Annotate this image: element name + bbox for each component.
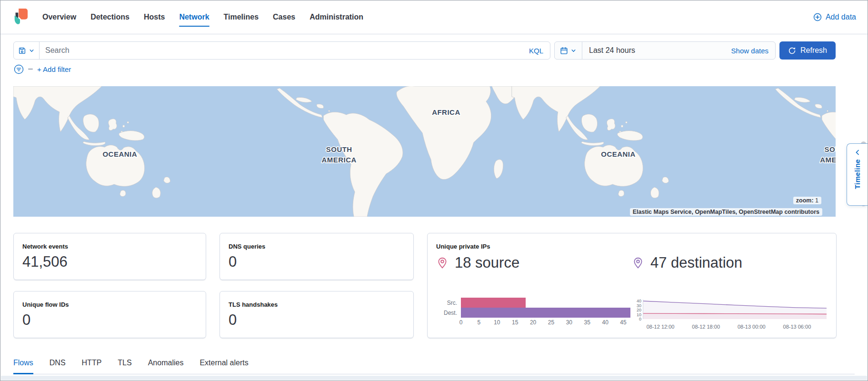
source-ip-stat: 18 source	[436, 255, 632, 270]
source-ip-value: 18 source	[455, 255, 519, 270]
filter-separator	[28, 69, 33, 70]
nav-tab-timelines[interactable]: Timelines	[224, 0, 259, 34]
nav-tab-detections[interactable]: Detections	[90, 0, 130, 34]
nav-tab-overview[interactable]: Overview	[42, 0, 76, 34]
tab-dns[interactable]: DNS	[50, 359, 66, 374]
add-filter-button[interactable]: + Add filter	[37, 65, 71, 73]
destination-ip-stat: 47 destination	[632, 255, 828, 270]
bar-dest-[interactable]	[461, 308, 630, 318]
bar-category-label: Src.	[436, 300, 461, 306]
map-region-label: OCEANIA	[102, 150, 137, 158]
unique-private-ips-card: Unique private IPs 18 source 47 destinat…	[427, 233, 837, 338]
bar-row-src-: Src.	[436, 298, 632, 308]
refresh-label: Refresh	[800, 46, 827, 55]
tab-http[interactable]: HTTP	[82, 359, 102, 374]
ip-direction-bar-chart: Src.Dest. 051015202530354045	[436, 298, 632, 325]
card-value: 41,506	[22, 254, 197, 269]
y-tick-label: 40	[637, 299, 641, 303]
nav-tab-network[interactable]: Network	[179, 0, 209, 34]
dns-queries-card: DNS queries 0	[219, 233, 414, 280]
filter-icon[interactable]	[14, 64, 24, 74]
network-detail-tabs: FlowsDNSHTTPTLSAnomaliesExternal alerts	[13, 359, 855, 374]
timeline-flyout-button[interactable]: Timeline	[847, 143, 868, 206]
x-tick-label: 25	[548, 319, 554, 326]
search-input[interactable]	[40, 46, 522, 55]
kpi-cards-section: Network events 41,506 DNS queries 0 Uniq…	[13, 233, 836, 338]
x-tick-label: 15	[512, 319, 518, 326]
y-tick-label: 20	[637, 308, 641, 312]
x-tick-label: 5	[478, 319, 481, 326]
bar-chart-x-axis: 051015202530354045	[461, 318, 632, 325]
card-title: Unique flow IDs	[22, 301, 197, 308]
card-value: 0	[229, 312, 405, 327]
chevron-left-icon	[854, 149, 861, 156]
add-data-label: Add data	[826, 13, 856, 21]
x-tick-label: 35	[584, 319, 590, 326]
tab-flows[interactable]: Flows	[13, 359, 33, 374]
refresh-icon	[788, 47, 796, 55]
time-range-value[interactable]: Last 24 hours	[582, 46, 731, 55]
network-events-card: Network events 41,506	[13, 233, 206, 280]
unique-flow-ids-card: Unique flow IDs 0	[13, 291, 206, 338]
card-title: TLS handshakes	[229, 301, 405, 308]
card-title: Unique private IPs	[436, 243, 828, 250]
query-bar-section: KQL Last 24 hours Show dates	[0, 34, 868, 74]
nav-tab-administration[interactable]: Administration	[309, 0, 363, 34]
bar-category-label: Dest.	[436, 310, 461, 316]
network-map[interactable]: OCEANIASOUTHAMERICAAFRICA zoom: 1 Elasti…	[13, 86, 836, 217]
x-tick-label: 10	[494, 319, 500, 326]
date-range-picker: Last 24 hours Show dates	[554, 41, 776, 60]
bar-src-[interactable]	[461, 298, 526, 308]
map-zoom-value: 1	[815, 197, 818, 204]
add-data-button[interactable]: Add data	[813, 13, 856, 21]
x-tick-label: 08-12 12:00	[647, 324, 675, 330]
kql-search-box: KQL	[13, 41, 550, 60]
app-window: OverviewDetectionsHostsNetworkTimelinesC…	[0, 0, 868, 381]
save-icon	[18, 47, 26, 55]
map-pin-icon	[436, 257, 449, 269]
nav-tab-hosts[interactable]: Hosts	[144, 0, 165, 34]
nav-tab-cases[interactable]: Cases	[273, 0, 295, 34]
x-tick-label: 30	[566, 319, 572, 326]
card-title: Network events	[22, 243, 197, 250]
x-tick-label: 20	[530, 319, 536, 326]
timeline-flyout-label: Timeline	[853, 159, 861, 189]
ip-bar-rows: Src.Dest.	[436, 298, 632, 318]
tab-anomalies[interactable]: Anomalies	[148, 359, 184, 374]
x-tick-label: 0	[459, 319, 463, 326]
elastic-security-logo-icon[interactable]	[12, 8, 28, 26]
map-zoom-label: zoom:	[796, 197, 814, 204]
tab-external-alerts[interactable]: External alerts	[200, 359, 248, 374]
area-chart-svg	[643, 298, 827, 321]
calendar-icon	[560, 47, 568, 55]
y-tick-label: 0	[639, 317, 641, 321]
bar-row-dest-: Dest.	[436, 308, 632, 318]
area-chart-x-axis: 08-12 12:0008-12 18:0008-13 00:0008-13 0…	[643, 323, 827, 330]
area-fill-source	[643, 313, 827, 319]
x-tick-label: 08-13 06:00	[783, 324, 811, 330]
refresh-button[interactable]: Refresh	[779, 41, 836, 60]
y-tick-label: 10	[637, 312, 641, 317]
map-region-label: AFRICA	[432, 108, 460, 116]
map-pin-icon	[632, 257, 644, 269]
filter-bar: + Add filter	[13, 64, 836, 74]
chevron-down-icon	[29, 48, 35, 54]
x-tick-label: 40	[602, 319, 608, 326]
ip-over-time-area-chart: 403020100 08-12 12:0008-12 18:0008-13 00…	[632, 298, 828, 330]
kql-syntax-button[interactable]: KQL	[522, 47, 550, 55]
area-chart-y-axis: 403020100	[632, 298, 643, 321]
map-zoom-indicator: zoom: 1	[793, 197, 821, 204]
area-chart-plot: 08-12 12:0008-12 18:0008-13 00:0008-13 0…	[643, 298, 827, 330]
tls-handshakes-card: TLS handshakes 0	[219, 291, 414, 338]
next-section-edge	[1, 376, 867, 380]
primary-nav: OverviewDetectionsHostsNetworkTimelinesC…	[42, 0, 363, 34]
chevron-down-icon	[570, 48, 577, 54]
date-quick-select-button[interactable]	[555, 42, 582, 59]
card-title: DNS queries	[229, 243, 405, 250]
card-value: 0	[229, 254, 405, 269]
tab-tls[interactable]: TLS	[118, 359, 131, 374]
show-dates-button[interactable]: Show dates	[731, 47, 775, 55]
saved-query-menu-button[interactable]	[14, 42, 40, 59]
top-navigation-bar: OverviewDetectionsHostsNetworkTimelinesC…	[0, 0, 868, 34]
y-tick-label: 30	[637, 303, 641, 308]
